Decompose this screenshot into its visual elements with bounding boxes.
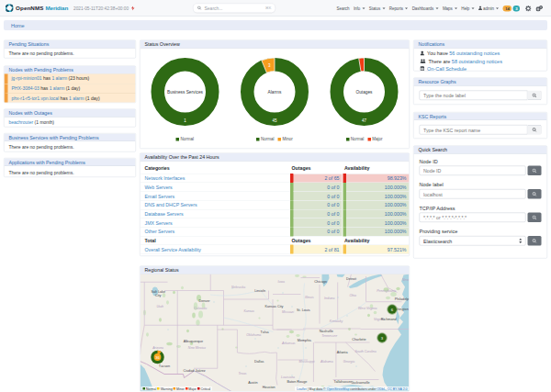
- svg-text:Outages: Outages: [356, 90, 374, 95]
- svg-text:New Mexico: New Mexico: [188, 346, 206, 350]
- svg-text:Georgia: Georgia: [343, 360, 355, 364]
- svg-text:Kansas: Kansas: [243, 309, 254, 313]
- svg-text:Arkansas: Arkansas: [281, 342, 296, 345]
- svg-text:Denver: Denver: [198, 299, 210, 303]
- svg-text:Dallas: Dallas: [254, 360, 264, 364]
- svg-text:Houston: Houston: [263, 386, 276, 389]
- svg-text:Ohio: Ohio: [350, 294, 356, 297]
- svg-text:West Virginia: West Virginia: [358, 307, 377, 310]
- svg-text:Utah: Utah: [157, 305, 163, 308]
- svg-text:Richmond: Richmond: [381, 318, 397, 321]
- svg-text:St. Louis: St. Louis: [297, 308, 310, 312]
- svg-text:Louisiana: Louisiana: [281, 375, 295, 379]
- svg-text:Pennsylvania: Pennsylvania: [377, 289, 396, 293]
- svg-text:Albuquerque: Albuquerque: [184, 340, 203, 343]
- svg-text:47: 47: [362, 118, 367, 123]
- svg-text:Tallahassee: Tallahassee: [334, 380, 353, 384]
- svg-text:Business Services: Business Services: [167, 90, 203, 95]
- svg-text:Colorado: Colorado: [194, 307, 207, 310]
- svg-text:Tulsa: Tulsa: [261, 330, 270, 334]
- svg-text:Oklahoma: Oklahoma: [246, 333, 261, 337]
- svg-text:36: 36: [155, 355, 160, 360]
- svg-text:City: City: [155, 294, 162, 297]
- svg-text:Baton Rouge: Baton Rouge: [287, 380, 307, 384]
- svg-text:Philadelphia: Philadelphia: [395, 297, 410, 301]
- svg-text:South Carolina: South Carolina: [355, 350, 377, 353]
- svg-text:Missouri: Missouri: [282, 310, 294, 314]
- svg-text:Chicago: Chicago: [314, 280, 327, 284]
- svg-text:Ciudad Juárez: Ciudad Juárez: [183, 369, 205, 373]
- svg-text:Austin: Austin: [248, 381, 257, 385]
- svg-text:Lincoln: Lincoln: [254, 289, 265, 293]
- svg-text:Charlotte: Charlotte: [352, 338, 365, 342]
- svg-text:Nebraska: Nebraska: [231, 286, 245, 289]
- svg-text:Tucson: Tucson: [159, 364, 170, 368]
- svg-text:Indiana: Indiana: [324, 297, 335, 300]
- svg-text:Kentucky: Kentucky: [330, 319, 343, 323]
- svg-text:Memphis: Memphis: [298, 339, 311, 342]
- svg-text:Texas: Texas: [238, 372, 246, 375]
- svg-text:Kansas City: Kansas City: [264, 305, 283, 308]
- svg-text:Jacksonville: Jacksonville: [351, 381, 369, 385]
- svg-text:Detroit: Detroit: [346, 277, 357, 281]
- svg-text:Alarms: Alarms: [268, 90, 282, 95]
- svg-text:Nashville: Nashville: [320, 330, 333, 333]
- svg-text:Salt Lake: Salt Lake: [151, 290, 165, 294]
- svg-text:Illinois: Illinois: [305, 296, 314, 299]
- svg-text:Arizona: Arizona: [152, 346, 163, 350]
- svg-text:Tennessee: Tennessee: [321, 334, 337, 338]
- svg-text:Alabama: Alabama: [320, 360, 333, 364]
- svg-text:Iowa: Iowa: [278, 280, 285, 284]
- svg-text:New York: New York: [402, 278, 409, 282]
- svg-text:Mississippi: Mississippi: [298, 360, 314, 364]
- svg-text:45: 45: [272, 118, 277, 123]
- svg-text:Atlanta: Atlanta: [337, 351, 349, 354]
